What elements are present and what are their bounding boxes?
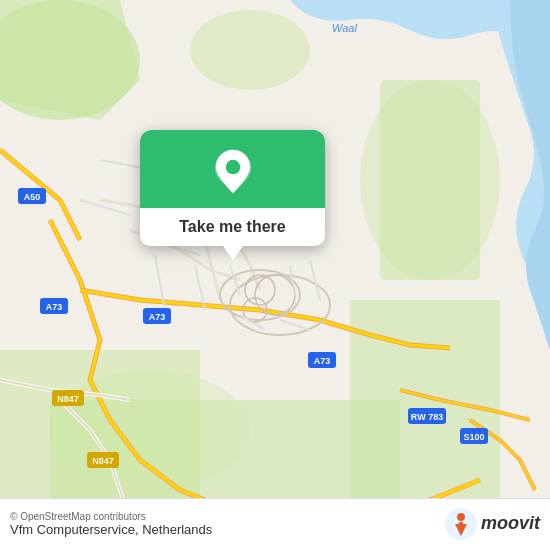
copyright-text: © OpenStreetMap contributors	[10, 511, 212, 522]
svg-text:Waal: Waal	[332, 22, 357, 34]
svg-point-45	[457, 513, 465, 521]
svg-text:A73: A73	[46, 302, 63, 312]
moovit-text: moovit	[481, 513, 540, 534]
svg-point-2	[190, 10, 310, 90]
svg-text:N847: N847	[92, 456, 114, 466]
svg-point-7	[50, 370, 250, 490]
location-pin-icon	[208, 148, 258, 198]
map-background: A50 A73 A73 A73 N847 N847 RW 783 S100 Wa…	[0, 0, 550, 550]
svg-text:A73: A73	[149, 312, 166, 322]
navigation-popup[interactable]: Take me there	[140, 130, 325, 246]
svg-point-4	[360, 80, 500, 280]
svg-text:A50: A50	[24, 192, 41, 202]
map-container: A50 A73 A73 A73 N847 N847 RW 783 S100 Wa…	[0, 0, 550, 550]
moovit-logo: moovit	[445, 508, 540, 540]
svg-point-43	[225, 160, 240, 175]
bottom-info-bar: © OpenStreetMap contributors Vfm Compute…	[0, 498, 550, 550]
take-me-there-button[interactable]: Take me there	[140, 208, 325, 246]
svg-text:A73: A73	[314, 356, 331, 366]
svg-text:N847: N847	[57, 394, 79, 404]
bottom-left-info: © OpenStreetMap contributors Vfm Compute…	[10, 511, 212, 537]
svg-rect-8	[350, 300, 500, 500]
popup-icon-area	[190, 130, 276, 208]
svg-text:S100: S100	[463, 432, 484, 442]
moovit-icon	[445, 508, 477, 540]
location-name: Vfm Computerservice, Netherlands	[10, 522, 212, 537]
svg-text:RW 783: RW 783	[411, 412, 443, 422]
